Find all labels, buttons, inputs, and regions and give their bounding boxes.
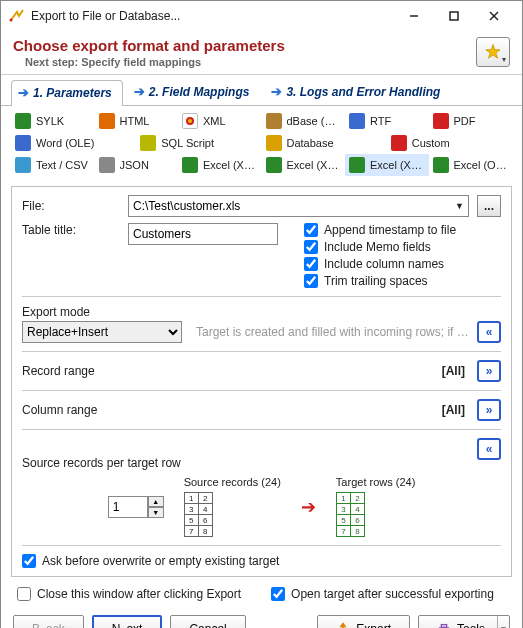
source-records-grid: 12345678	[184, 492, 213, 537]
format-sylk[interactable]: SYLK	[11, 110, 95, 132]
window-title: Export to File or Database...	[31, 9, 394, 23]
format-icon	[433, 157, 449, 173]
format-excel-xlsx-[interactable]: Excel (XLSX)	[178, 154, 262, 176]
column-range-expand[interactable]: »	[477, 399, 501, 421]
column-range-label: Column range	[22, 403, 97, 417]
record-range-expand[interactable]: »	[477, 360, 501, 382]
cb-include-columns[interactable]	[304, 257, 318, 271]
format-icon	[349, 113, 365, 129]
target-rows-grid: 12345678	[336, 492, 365, 537]
format-excel-xls-[interactable]: Excel (XLS)	[345, 154, 429, 176]
back-button: Back	[13, 615, 84, 628]
cb-close-after[interactable]	[17, 587, 31, 601]
target-rows-caption: Target rows (24)	[336, 476, 415, 488]
format-label: Database	[287, 137, 334, 149]
format-icon	[15, 113, 31, 129]
svg-rect-2	[450, 12, 458, 20]
table-title-input[interactable]	[128, 223, 278, 245]
svg-point-6	[188, 119, 192, 123]
tab-field-mappings[interactable]: ➔2. Field Mappings	[127, 79, 261, 105]
format-json[interactable]: JSON	[95, 154, 179, 176]
format-excel-ole-[interactable]: Excel (OLE)	[429, 154, 513, 176]
format-dbase-dbf-[interactable]: dBase (DBF)	[262, 110, 346, 132]
export-button[interactable]: Export	[317, 615, 410, 628]
cb-ask-overwrite[interactable]	[22, 554, 36, 568]
source-per-row-label: Source records per target row	[22, 456, 181, 470]
format-icon	[99, 113, 115, 129]
format-text-csv[interactable]: Text / CSV	[11, 154, 95, 176]
format-icon	[266, 135, 282, 151]
favorites-button[interactable]: ▾	[476, 37, 510, 67]
close-button[interactable]	[474, 2, 514, 30]
record-range-label: Record range	[22, 364, 95, 378]
format-excel-xml-[interactable]: Excel (XML)	[262, 154, 346, 176]
cb-trim-spaces[interactable]	[304, 274, 318, 288]
format-label: Custom	[412, 137, 450, 149]
svg-point-0	[10, 19, 13, 22]
svg-rect-9	[441, 625, 446, 628]
export-mode-collapse[interactable]: «	[477, 321, 501, 343]
format-label: dBase (DBF)	[287, 115, 342, 127]
record-range-value: [All]	[442, 364, 465, 378]
format-label: HTML	[120, 115, 150, 127]
table-title-label: Table title:	[22, 223, 122, 237]
format-label: Excel (XML)	[287, 159, 342, 171]
browse-button[interactable]: ...	[477, 195, 501, 217]
format-icon	[266, 157, 282, 173]
cb-include-memo[interactable]	[304, 240, 318, 254]
arrow-right-icon: ➔	[301, 496, 316, 518]
format-label: SQL Script	[161, 137, 214, 149]
maximize-button[interactable]	[434, 2, 474, 30]
format-rtf[interactable]: RTF	[345, 110, 429, 132]
tab-logs[interactable]: ➔3. Logs and Error Handling	[264, 79, 451, 105]
app-icon	[9, 8, 25, 24]
file-input[interactable]	[128, 195, 451, 217]
page-subtitle: Next step: Specify field mappings	[13, 56, 476, 68]
tools-dropdown-icon[interactable]: ▼	[497, 616, 509, 628]
format-icon	[349, 157, 365, 173]
format-label: XML	[203, 115, 226, 127]
export-mode-select[interactable]: Replace+Insert	[22, 321, 182, 343]
format-xml[interactable]: XML	[178, 110, 262, 132]
stepper-up[interactable]: ▲	[148, 496, 164, 507]
format-icon	[182, 157, 198, 173]
format-html[interactable]: HTML	[95, 110, 179, 132]
format-custom[interactable]: Custom	[387, 132, 512, 154]
format-sql-script[interactable]: SQL Script	[136, 132, 261, 154]
stepper-down[interactable]: ▼	[148, 507, 164, 518]
format-label: Excel (XLS)	[370, 159, 425, 171]
format-icon	[15, 135, 31, 151]
format-icon	[182, 113, 198, 129]
column-range-value: [All]	[442, 403, 465, 417]
format-database[interactable]: Database	[262, 132, 387, 154]
format-label: PDF	[454, 115, 476, 127]
export-mode-hint: Target is created and filled with incomi…	[196, 325, 469, 339]
format-icon	[15, 157, 31, 173]
next-button[interactable]: Next	[92, 615, 163, 628]
tab-parameters[interactable]: ➔1. Parameters	[11, 80, 123, 106]
file-dropdown[interactable]: ▼	[451, 195, 469, 217]
export-mode-label: Export mode	[22, 305, 90, 319]
source-per-row-collapse[interactable]: «	[477, 438, 501, 460]
format-icon	[140, 135, 156, 151]
toolbox-icon	[437, 622, 451, 628]
format-label: Excel (XLSX)	[203, 159, 258, 171]
source-records-caption: Source records (24)	[184, 476, 281, 488]
page-title: Choose export format and parameters	[13, 37, 476, 54]
minimize-button[interactable]	[394, 2, 434, 30]
format-icon	[266, 113, 282, 129]
cb-open-after[interactable]	[271, 587, 285, 601]
format-icon	[99, 157, 115, 173]
source-per-row-input[interactable]	[108, 496, 148, 518]
file-label: File:	[22, 199, 122, 213]
format-label: RTF	[370, 115, 391, 127]
format-icon	[433, 113, 449, 129]
tools-button[interactable]: Tools▼	[418, 615, 510, 628]
format-pdf[interactable]: PDF	[429, 110, 513, 132]
format-word-ole-[interactable]: Word (OLE)	[11, 132, 136, 154]
format-label: Word (OLE)	[36, 137, 94, 149]
format-label: Excel (OLE)	[454, 159, 509, 171]
cb-append-timestamp[interactable]	[304, 223, 318, 237]
format-label: SYLK	[36, 115, 64, 127]
cancel-button[interactable]: Cancel	[170, 615, 245, 628]
